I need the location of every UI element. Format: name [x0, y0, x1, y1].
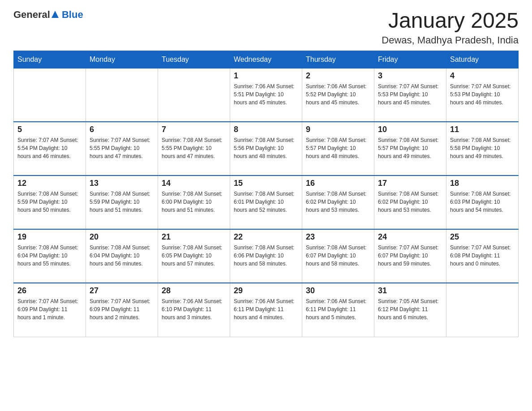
logo-triangle-icon — [51, 10, 60, 20]
weekday-header: Thursday — [302, 51, 374, 68]
weekday-header: Friday — [374, 51, 446, 68]
calendar-day-cell: 21Sunrise: 7:08 AM Sunset: 6:05 PM Dayli… — [158, 229, 230, 283]
weekday-header: Monday — [86, 51, 158, 68]
calendar-day-cell: 13Sunrise: 7:08 AM Sunset: 5:59 PM Dayli… — [86, 176, 158, 229]
day-number: 21 — [162, 232, 226, 242]
calendar-day-cell: 22Sunrise: 7:08 AM Sunset: 6:06 PM Dayli… — [230, 229, 302, 283]
calendar-day-cell: 23Sunrise: 7:08 AM Sunset: 6:07 PM Dayli… — [302, 229, 374, 283]
day-info: Sunrise: 7:08 AM Sunset: 5:56 PM Dayligh… — [234, 136, 298, 160]
day-number: 17 — [378, 179, 442, 188]
calendar-day-cell: 9Sunrise: 7:08 AM Sunset: 5:57 PM Daylig… — [302, 122, 374, 176]
day-info: Sunrise: 7:05 AM Sunset: 6:12 PM Dayligh… — [378, 297, 442, 321]
day-number: 6 — [90, 125, 154, 134]
day-number: 22 — [234, 232, 298, 242]
weekday-header: Saturday — [446, 51, 519, 68]
calendar-day-cell: 26Sunrise: 7:07 AM Sunset: 6:09 PM Dayli… — [14, 283, 86, 337]
calendar-day-cell: 12Sunrise: 7:08 AM Sunset: 5:59 PM Dayli… — [14, 176, 86, 229]
logo-blue-text: Blue — [62, 9, 83, 20]
calendar-day-cell: 3Sunrise: 7:07 AM Sunset: 5:53 PM Daylig… — [374, 68, 446, 122]
day-info: Sunrise: 7:08 AM Sunset: 6:06 PM Dayligh… — [234, 244, 298, 268]
day-info: Sunrise: 7:08 AM Sunset: 6:04 PM Dayligh… — [17, 244, 82, 268]
day-number: 18 — [450, 179, 515, 188]
calendar-day-cell: 6Sunrise: 7:07 AM Sunset: 5:55 PM Daylig… — [86, 122, 158, 176]
day-number: 3 — [378, 71, 442, 81]
day-info: Sunrise: 7:07 AM Sunset: 6:09 PM Dayligh… — [17, 297, 82, 321]
svg-marker-0 — [51, 11, 59, 18]
day-number: 28 — [162, 286, 226, 295]
calendar-week-row: 1Sunrise: 7:06 AM Sunset: 5:51 PM Daylig… — [14, 68, 519, 122]
calendar-table: SundayMondayTuesdayWednesdayThursdayFrid… — [13, 51, 519, 337]
weekday-header: Wednesday — [230, 51, 302, 68]
calendar-day-cell: 31Sunrise: 7:05 AM Sunset: 6:12 PM Dayli… — [374, 283, 446, 337]
day-info: Sunrise: 7:08 AM Sunset: 6:02 PM Dayligh… — [378, 190, 442, 214]
calendar-header-row: SundayMondayTuesdayWednesdayThursdayFrid… — [14, 51, 519, 68]
day-number: 9 — [306, 125, 370, 134]
day-info: Sunrise: 7:06 AM Sunset: 6:11 PM Dayligh… — [234, 297, 298, 321]
calendar-day-cell: 24Sunrise: 7:07 AM Sunset: 6:07 PM Dayli… — [374, 229, 446, 283]
day-number: 31 — [378, 286, 442, 295]
day-info: Sunrise: 7:07 AM Sunset: 6:08 PM Dayligh… — [450, 244, 515, 268]
day-number: 13 — [90, 179, 154, 188]
day-info: Sunrise: 7:08 AM Sunset: 5:57 PM Dayligh… — [378, 136, 442, 160]
day-number: 12 — [17, 179, 82, 188]
calendar-day-cell: 7Sunrise: 7:08 AM Sunset: 5:55 PM Daylig… — [158, 122, 230, 176]
calendar-day-cell: 15Sunrise: 7:08 AM Sunset: 6:01 PM Dayli… — [230, 176, 302, 229]
day-info: Sunrise: 7:06 AM Sunset: 6:10 PM Dayligh… — [162, 297, 226, 321]
day-number: 26 — [17, 286, 82, 295]
day-info: Sunrise: 7:06 AM Sunset: 5:52 PM Dayligh… — [306, 82, 370, 107]
day-info: Sunrise: 7:08 AM Sunset: 5:59 PM Dayligh… — [90, 190, 154, 214]
day-info: Sunrise: 7:08 AM Sunset: 6:00 PM Dayligh… — [162, 190, 226, 214]
calendar-day-cell: 30Sunrise: 7:06 AM Sunset: 6:11 PM Dayli… — [302, 283, 374, 337]
day-number: 30 — [306, 286, 370, 295]
calendar-day-cell: 19Sunrise: 7:08 AM Sunset: 6:04 PM Dayli… — [14, 229, 86, 283]
calendar-subtitle: Dewas, Madhya Pradesh, India — [382, 34, 519, 46]
day-number: 4 — [450, 71, 515, 81]
day-info: Sunrise: 7:08 AM Sunset: 5:55 PM Dayligh… — [162, 136, 226, 160]
day-info: Sunrise: 7:08 AM Sunset: 6:07 PM Dayligh… — [306, 244, 370, 268]
day-number: 29 — [234, 286, 298, 295]
day-info: Sunrise: 7:08 AM Sunset: 6:01 PM Dayligh… — [234, 190, 298, 214]
day-number: 24 — [378, 232, 442, 242]
title-section: January 2025 Dewas, Madhya Pradesh, Indi… — [382, 9, 519, 46]
calendar-day-cell: 28Sunrise: 7:06 AM Sunset: 6:10 PM Dayli… — [158, 283, 230, 337]
day-info: Sunrise: 7:08 AM Sunset: 6:05 PM Dayligh… — [162, 244, 226, 268]
day-number: 23 — [306, 232, 370, 242]
day-info: Sunrise: 7:08 AM Sunset: 5:58 PM Dayligh… — [450, 136, 515, 160]
calendar-week-row: 26Sunrise: 7:07 AM Sunset: 6:09 PM Dayli… — [14, 283, 519, 337]
day-number: 20 — [90, 232, 154, 242]
calendar-week-row: 12Sunrise: 7:08 AM Sunset: 5:59 PM Dayli… — [14, 176, 519, 229]
day-info: Sunrise: 7:08 AM Sunset: 6:04 PM Dayligh… — [90, 244, 154, 268]
day-number: 19 — [17, 232, 82, 242]
calendar-day-cell — [446, 283, 519, 337]
day-info: Sunrise: 7:07 AM Sunset: 5:55 PM Dayligh… — [90, 136, 154, 160]
day-info: Sunrise: 7:06 AM Sunset: 5:51 PM Dayligh… — [234, 82, 298, 107]
day-info: Sunrise: 7:07 AM Sunset: 6:09 PM Dayligh… — [90, 297, 154, 321]
calendar-day-cell: 17Sunrise: 7:08 AM Sunset: 6:02 PM Dayli… — [374, 176, 446, 229]
day-info: Sunrise: 7:08 AM Sunset: 6:02 PM Dayligh… — [306, 190, 370, 214]
day-number: 27 — [90, 286, 154, 295]
calendar-day-cell: 2Sunrise: 7:06 AM Sunset: 5:52 PM Daylig… — [302, 68, 374, 122]
calendar-day-cell: 11Sunrise: 7:08 AM Sunset: 5:58 PM Dayli… — [446, 122, 519, 176]
calendar-day-cell: 10Sunrise: 7:08 AM Sunset: 5:57 PM Dayli… — [374, 122, 446, 176]
weekday-header: Tuesday — [158, 51, 230, 68]
day-number: 16 — [306, 179, 370, 188]
day-number: 7 — [162, 125, 226, 134]
calendar-day-cell: 4Sunrise: 7:07 AM Sunset: 5:53 PM Daylig… — [446, 68, 519, 122]
day-info: Sunrise: 7:07 AM Sunset: 6:07 PM Dayligh… — [378, 244, 442, 268]
weekday-header: Sunday — [14, 51, 86, 68]
calendar-week-row: 5Sunrise: 7:07 AM Sunset: 5:54 PM Daylig… — [14, 122, 519, 176]
day-info: Sunrise: 7:08 AM Sunset: 5:57 PM Dayligh… — [306, 136, 370, 160]
day-number: 14 — [162, 179, 226, 188]
calendar-day-cell: 29Sunrise: 7:06 AM Sunset: 6:11 PM Dayli… — [230, 283, 302, 337]
day-info: Sunrise: 7:08 AM Sunset: 5:59 PM Dayligh… — [17, 190, 82, 214]
calendar-title: January 2025 — [382, 9, 519, 33]
day-number: 2 — [306, 71, 370, 81]
day-info: Sunrise: 7:07 AM Sunset: 5:53 PM Dayligh… — [450, 82, 515, 107]
day-number: 8 — [234, 125, 298, 134]
calendar-day-cell: 27Sunrise: 7:07 AM Sunset: 6:09 PM Dayli… — [86, 283, 158, 337]
day-info: Sunrise: 7:07 AM Sunset: 5:53 PM Dayligh… — [378, 82, 442, 107]
day-info: Sunrise: 7:06 AM Sunset: 6:11 PM Dayligh… — [306, 297, 370, 321]
calendar-day-cell: 5Sunrise: 7:07 AM Sunset: 5:54 PM Daylig… — [14, 122, 86, 176]
day-number: 5 — [17, 125, 82, 134]
calendar-day-cell — [158, 68, 230, 122]
